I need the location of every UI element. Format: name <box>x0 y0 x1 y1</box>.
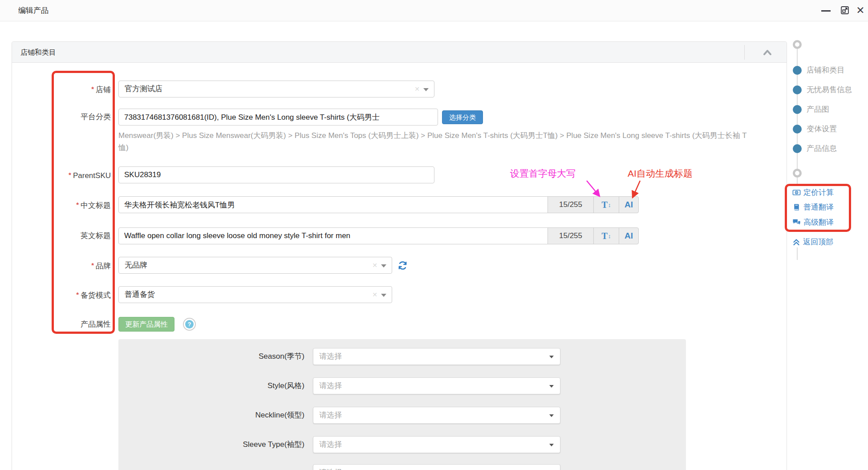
pricing-calc-link[interactable]: 定价计算 <box>792 187 834 198</box>
category-breadcrumb: Menswear(男装) > Plus Size Menswear(大码男装) … <box>118 130 756 154</box>
capitalize-button[interactable]: T↕ <box>593 196 619 213</box>
clear-icon[interactable]: ✕ <box>372 257 377 273</box>
timeline-end-ring <box>793 169 802 178</box>
row-stock-mode: *备货模式 普通备货 ✕ <box>12 286 787 303</box>
attr-row-season: Season(季节) 请选择 <box>118 348 686 365</box>
chevron-down-icon <box>381 264 386 267</box>
required-asterisk: * <box>91 261 94 269</box>
question-mark: ? <box>185 320 194 328</box>
minimize-icon[interactable] <box>821 10 831 12</box>
required-asterisk: * <box>76 201 79 208</box>
row-title-cn: *中文标题 15/255 T↕ AI <box>12 196 787 213</box>
clear-icon[interactable]: ✕ <box>414 81 420 97</box>
basic-translate-link[interactable]: 普通翻译 <box>792 202 834 212</box>
attr-select[interactable]: 请选择 <box>313 464 560 470</box>
advanced-translate-label: 高级翻译 <box>803 217 834 227</box>
capitalize-arrow-icon: ↕ <box>608 233 611 239</box>
update-attributes-button[interactable]: 更新产品属性 <box>118 317 174 332</box>
attr-row-partial: 请选择 <box>118 464 686 470</box>
shop-label: *店铺 <box>12 81 111 98</box>
title-en-input[interactable] <box>118 227 548 244</box>
style-select[interactable]: 请选择 <box>313 377 560 394</box>
clear-icon[interactable]: ✕ <box>372 287 377 303</box>
timeline-start-ring <box>793 40 802 49</box>
attr-label: Style(风格) <box>118 377 304 394</box>
title-cn-group: 15/255 T↕ AI <box>118 196 639 213</box>
nav-dot-shop-category[interactable] <box>793 66 802 75</box>
window-titlebar: 编辑产品 ✕ <box>0 0 868 21</box>
sleeve-type-select[interactable]: 请选择 <box>313 436 560 453</box>
attr-label: Sleeve Type(袖型) <box>118 436 304 453</box>
window-title: 编辑产品 <box>18 0 49 21</box>
nav-dot-product-info[interactable] <box>793 144 802 153</box>
attr-row-style: Style(风格) 请选择 <box>118 377 686 394</box>
title-cn-counter: 15/255 <box>548 196 594 213</box>
capitalize-button[interactable]: T↕ <box>593 227 619 244</box>
attr-label: Season(季节) <box>118 348 304 365</box>
divider <box>744 45 745 60</box>
help-icon[interactable]: ? <box>183 318 196 331</box>
chevron-down-icon <box>549 444 554 446</box>
nav-dot-variant-settings[interactable] <box>793 125 802 134</box>
chevron-down-icon <box>381 294 386 297</box>
advanced-translate-link[interactable]: 高级翻译 <box>792 217 834 227</box>
timeline-rail <box>797 178 798 184</box>
section-header: 店铺和类目 <box>12 42 787 63</box>
shop-select-value: 官方测试店 <box>125 85 162 93</box>
sidebar-item-product-image[interactable]: 产品图 <box>807 105 829 114</box>
title-en-label: 英文标题 <box>12 227 111 244</box>
attr-row-sleeve-type: Sleeve Type(袖型) 请选择 <box>118 436 686 453</box>
platform-category-input[interactable] <box>118 109 438 126</box>
back-to-top-link[interactable]: 返回顶部 <box>792 237 833 247</box>
capitalize-arrow-icon: ↕ <box>608 202 611 208</box>
chat-bubbles-icon <box>792 218 801 227</box>
title-en-group: 15/255 T↕ AI <box>118 227 639 244</box>
sidebar-item-wuyou-info[interactable]: 无忧易售信息 <box>807 85 852 94</box>
stock-mode-label: *备货模式 <box>12 286 111 304</box>
brand-label: *品牌 <box>12 257 111 275</box>
back-to-top-label: 返回顶部 <box>803 237 833 247</box>
ai-generate-button[interactable]: AI <box>619 196 639 213</box>
platform-category-label: 平台分类 <box>12 109 111 126</box>
row-title-en: 英文标题 15/255 T↕ AI <box>12 227 787 244</box>
capitalize-t-icon: T <box>602 200 608 210</box>
select-placeholder: 请选择 <box>319 468 342 470</box>
chevron-down-icon <box>423 88 429 91</box>
required-asterisk: * <box>69 171 71 178</box>
shop-select[interactable]: 官方测试店 ✕ <box>118 81 434 97</box>
brand-select-value: 无品牌 <box>125 261 147 269</box>
nav-dot-product-image[interactable] <box>793 105 802 114</box>
sidebar-item-shop-category[interactable]: 店铺和类目 <box>807 66 844 75</box>
capitalize-t-icon: T <box>602 231 608 241</box>
edit-product-dialog: 编辑产品 ✕ 店铺和类目 *店铺 官方测试店 ✕ <box>0 0 868 470</box>
basic-translate-label: 普通翻译 <box>803 202 834 212</box>
ai-generate-button[interactable]: AI <box>619 227 639 244</box>
chevron-down-icon <box>549 414 554 417</box>
sidebar-item-variant-settings[interactable]: 变体设置 <box>807 125 837 134</box>
stock-mode-select-value: 普通备货 <box>125 290 155 299</box>
required-asterisk: * <box>91 85 94 93</box>
refresh-icon[interactable] <box>397 260 408 271</box>
required-asterisk: * <box>76 291 79 298</box>
stock-mode-select[interactable]: 普通备货 ✕ <box>118 286 392 303</box>
neckline-select[interactable]: 请选择 <box>313 407 560 424</box>
sidebar-item-product-info[interactable]: 产品信息 <box>807 144 837 153</box>
attr-label: Neckline(领型) <box>118 407 304 424</box>
parent-sku-input[interactable] <box>118 166 434 183</box>
maximize-icon[interactable] <box>840 5 850 16</box>
close-icon[interactable]: ✕ <box>855 4 866 16</box>
select-placeholder: 请选择 <box>319 411 342 419</box>
row-platform-category: 平台分类 选择分类 <box>12 109 787 126</box>
choose-category-button[interactable]: 选择分类 <box>442 110 483 124</box>
collapse-chevron-icon[interactable] <box>761 48 774 57</box>
product-attributes-label: 产品属性 <box>12 317 111 332</box>
nav-dot-wuyou-info[interactable] <box>793 85 802 94</box>
row-parent-sku: *ParentSKU <box>12 166 787 183</box>
title-cn-input[interactable] <box>118 196 548 213</box>
brand-select[interactable]: 无品牌 ✕ <box>118 257 392 274</box>
row-brand: *品牌 无品牌 ✕ <box>12 257 787 274</box>
season-select[interactable]: 请选择 <box>313 348 560 365</box>
ai-label: AI <box>625 200 633 210</box>
title-cn-label: *中文标题 <box>12 196 111 214</box>
row-shop: *店铺 官方测试店 ✕ <box>12 81 787 97</box>
